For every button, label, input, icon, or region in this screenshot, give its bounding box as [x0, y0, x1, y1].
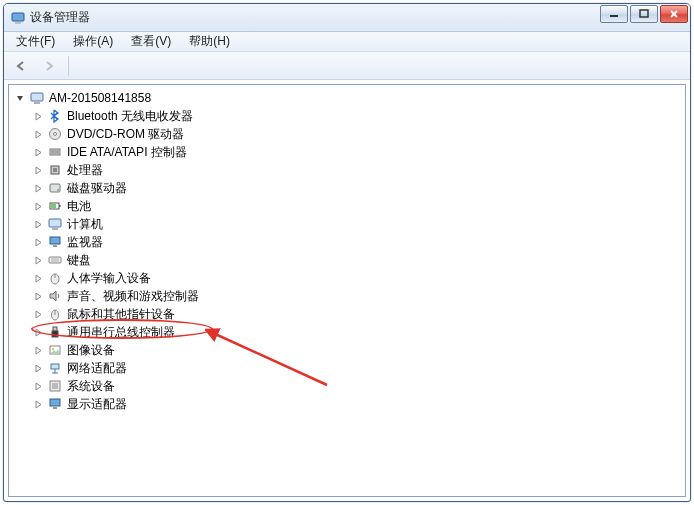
svg-rect-21 — [52, 228, 58, 230]
svg-rect-35 — [51, 364, 59, 369]
maximize-button[interactable] — [630, 5, 658, 23]
svg-rect-39 — [52, 383, 58, 389]
minimize-button[interactable] — [600, 5, 628, 23]
tree-node-label: 键盘 — [67, 252, 91, 269]
tree-node[interactable]: 键盘 — [13, 251, 681, 269]
svg-rect-14 — [53, 168, 57, 172]
svg-rect-19 — [51, 204, 56, 208]
tree-node-label: 电池 — [67, 198, 91, 215]
ide-icon — [47, 144, 63, 160]
menu-view[interactable]: 查看(V) — [123, 31, 179, 52]
tree-node[interactable]: DVD/CD-ROM 驱动器 — [13, 125, 681, 143]
svg-rect-6 — [31, 93, 43, 101]
tree-node[interactable]: 磁盘驱动器 — [13, 179, 681, 197]
svg-point-9 — [54, 133, 57, 136]
tree-node-label: 网络适配器 — [67, 360, 127, 377]
device-tree: AM-201508141858 Bluetooth 无线电收发器DVD/CD-R… — [9, 85, 685, 417]
expander-icon[interactable] — [33, 381, 44, 392]
tree-node-label: Bluetooth 无线电收发器 — [67, 108, 193, 125]
sound-icon — [47, 288, 63, 304]
tree-node[interactable]: 人体学输入设备 — [13, 269, 681, 287]
disk-icon — [47, 180, 63, 196]
titlebar: 设备管理器 — [4, 4, 690, 32]
svg-rect-41 — [53, 407, 57, 409]
nav-back-button[interactable] — [10, 55, 32, 77]
tree-node[interactable]: 电池 — [13, 197, 681, 215]
tree-node[interactable]: 通用串行总线控制器 — [13, 323, 681, 341]
image-icon — [47, 342, 63, 358]
expander-icon[interactable] — [33, 183, 44, 194]
tree-node[interactable]: 网络适配器 — [13, 359, 681, 377]
expander-icon[interactable] — [33, 327, 44, 338]
svg-rect-22 — [50, 237, 60, 244]
tree-node-label: 系统设备 — [67, 378, 115, 395]
svg-rect-40 — [50, 399, 60, 406]
svg-rect-3 — [640, 10, 648, 17]
expander-icon[interactable] — [33, 219, 44, 230]
tree-node[interactable]: Bluetooth 无线电收发器 — [13, 107, 681, 125]
expander-icon[interactable] — [33, 201, 44, 212]
nav-forward-button[interactable] — [38, 55, 60, 77]
expander-icon[interactable] — [33, 309, 44, 320]
svg-rect-32 — [52, 331, 58, 337]
tree-node-label: 显示适配器 — [67, 396, 127, 413]
expander-icon[interactable] — [33, 111, 44, 122]
computer-icon — [47, 216, 63, 232]
expander-icon[interactable] — [33, 255, 44, 266]
expander-icon[interactable] — [15, 93, 26, 104]
tree-node[interactable]: 处理器 — [13, 161, 681, 179]
expander-icon[interactable] — [33, 147, 44, 158]
tree-node[interactable]: 显示适配器 — [13, 395, 681, 413]
svg-rect-18 — [59, 205, 61, 207]
cpu-icon — [47, 162, 63, 178]
device-manager-window: 设备管理器 文件(F) 操作(A) 查看(V) 帮助(H) — [3, 3, 691, 502]
tree-node-label: 人体学输入设备 — [67, 270, 151, 287]
expander-icon[interactable] — [33, 165, 44, 176]
tree-node[interactable]: 监视器 — [13, 233, 681, 251]
expander-icon[interactable] — [33, 363, 44, 374]
window-title: 设备管理器 — [30, 9, 90, 26]
tree-node-label: 鼠标和其他指针设备 — [67, 306, 175, 323]
expander-icon[interactable] — [33, 399, 44, 410]
tree-node-label: 声音、视频和游戏控制器 — [67, 288, 199, 305]
window-controls — [600, 5, 688, 23]
tree-node[interactable]: 图像设备 — [13, 341, 681, 359]
svg-rect-23 — [53, 245, 57, 247]
menu-help[interactable]: 帮助(H) — [181, 31, 238, 52]
menu-action[interactable]: 操作(A) — [65, 31, 121, 52]
tree-node[interactable]: 声音、视频和游戏控制器 — [13, 287, 681, 305]
svg-rect-20 — [49, 219, 61, 227]
svg-point-16 — [57, 189, 59, 191]
tree-node[interactable]: IDE ATA/ATAPI 控制器 — [13, 143, 681, 161]
expander-icon[interactable] — [33, 237, 44, 248]
bluetooth-icon — [47, 108, 63, 124]
menu-file[interactable]: 文件(F) — [8, 31, 63, 52]
tree-panel[interactable]: AM-201508141858 Bluetooth 无线电收发器DVD/CD-R… — [8, 84, 686, 497]
app-icon — [10, 10, 26, 26]
tree-node-label: 监视器 — [67, 234, 103, 251]
tree-node-label: 通用串行总线控制器 — [67, 324, 175, 341]
svg-rect-10 — [50, 149, 60, 155]
tree-root[interactable]: AM-201508141858 — [13, 89, 681, 107]
tree-node[interactable]: 计算机 — [13, 215, 681, 233]
network-icon — [47, 360, 63, 376]
toolbar-separator — [68, 56, 69, 76]
expander-icon[interactable] — [33, 273, 44, 284]
system-icon — [47, 378, 63, 394]
tree-node[interactable]: 系统设备 — [13, 377, 681, 395]
tree-node[interactable]: 鼠标和其他指针设备 — [13, 305, 681, 323]
tree-node-label: 计算机 — [67, 216, 103, 233]
tree-node-label: 磁盘驱动器 — [67, 180, 127, 197]
expander-icon[interactable] — [33, 129, 44, 140]
expander-icon[interactable] — [33, 345, 44, 356]
close-button[interactable] — [660, 5, 688, 23]
svg-rect-24 — [49, 257, 61, 263]
tree-children: Bluetooth 无线电收发器DVD/CD-ROM 驱动器IDE ATA/AT… — [13, 107, 681, 413]
svg-rect-31 — [53, 327, 57, 331]
tree-node-label: DVD/CD-ROM 驱动器 — [67, 126, 184, 143]
expander-icon[interactable] — [33, 291, 44, 302]
mouse-icon — [47, 306, 63, 322]
battery-icon — [47, 198, 63, 214]
svg-rect-0 — [12, 13, 24, 21]
cdrom-icon — [47, 126, 63, 142]
